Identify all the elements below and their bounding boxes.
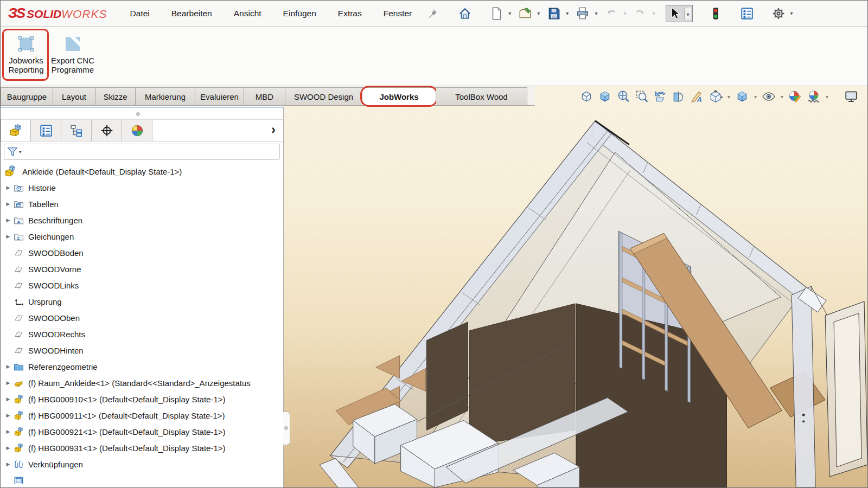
home-button[interactable] xyxy=(456,5,474,22)
print-dropdown-caret-icon[interactable]: ▾ xyxy=(595,10,597,16)
expand-arrow-icon[interactable]: ▶ xyxy=(3,413,14,418)
print-button[interactable] xyxy=(574,5,591,22)
zoom-to-fit-button[interactable] xyxy=(579,89,594,104)
pushpin-icon[interactable] xyxy=(427,8,438,19)
home-icon xyxy=(458,7,472,21)
expand-arrow-icon[interactable]: ▶ xyxy=(3,380,14,386)
expand-arrow-icon[interactable]: ▶ xyxy=(3,445,14,451)
save-dropdown-caret-icon[interactable]: ▾ xyxy=(566,10,569,16)
previous-view-button[interactable] xyxy=(653,89,668,104)
select-dropdown-caret-icon[interactable]: ▾ xyxy=(684,8,691,20)
tab-toolbox-wood[interactable]: ToolBox Wood xyxy=(436,87,527,105)
tab-evaluieren[interactable]: Evaluieren xyxy=(195,87,244,105)
tree-item-beschriftungen[interactable]: ▶Beschriftungen xyxy=(1,212,283,228)
settings-dropdown-caret-icon[interactable]: ▾ xyxy=(790,10,793,16)
tree-item-hbg000910[interactable]: ▶(f) HBG000910<1> (Default<Default_Displ… xyxy=(1,391,283,407)
tree-item-gleichungen[interactable]: ▶Gleichungen xyxy=(1,228,283,245)
tree-item-partial[interactable] xyxy=(1,472,283,487)
expand-arrow-icon[interactable]: ▶ xyxy=(3,217,14,223)
panel-overflow-chevron[interactable]: › xyxy=(271,122,276,137)
expand-arrow-icon[interactable]: ▶ xyxy=(3,364,14,369)
graphics-viewport[interactable]: ▾ ▾ ▾ ▾ xyxy=(284,86,867,487)
expand-arrow-icon[interactable]: ▶ xyxy=(3,185,14,190)
save-icon xyxy=(547,7,561,21)
display-style-caret-icon[interactable]: ▾ xyxy=(754,94,757,100)
configurationmanager-tab[interactable] xyxy=(61,120,92,141)
expand-arrow-icon[interactable]: ▶ xyxy=(3,396,14,402)
tree-item-referenzgeometrie[interactable]: ▶Referenzgeometrie xyxy=(1,358,283,375)
dimxpertmanager-tab[interactable] xyxy=(92,120,122,141)
tree-item-swoodhinten[interactable]: SWOODHinten xyxy=(1,342,283,358)
hide-show-items-button[interactable] xyxy=(761,89,776,104)
expand-arrow-icon[interactable]: ▶ xyxy=(3,429,14,434)
new-dropdown-caret-icon[interactable]: ▾ xyxy=(508,10,511,16)
settings-button[interactable] xyxy=(770,5,787,22)
tree-item-raum-ankleide[interactable]: ▶(f) Raum_Ankleide<1> (Standard<<Standar… xyxy=(1,375,283,391)
section-view-button[interactable] xyxy=(671,89,686,104)
tree-item-swoodvorne[interactable]: SWOODVorne xyxy=(1,261,283,277)
tree-item-tabellen[interactable]: ▶Tabellen xyxy=(1,196,283,212)
panel-splitter[interactable] xyxy=(1,108,283,120)
apply-scene-button[interactable] xyxy=(806,89,821,104)
tree-item-hbg000911[interactable]: ▶(f) HBG000911<1> (Default<Default_Displ… xyxy=(1,407,283,423)
annotation-sketch-button[interactable] xyxy=(690,89,705,104)
menu-fenster[interactable]: Fenster xyxy=(382,7,413,21)
apply-scene-caret-icon[interactable]: ▾ xyxy=(826,94,828,100)
3d-model-view[interactable] xyxy=(284,86,867,487)
propertymanager-tab[interactable] xyxy=(31,120,61,141)
expand-arrow-icon[interactable]: ▶ xyxy=(3,461,14,467)
select-tool-button[interactable]: ▾ xyxy=(666,5,692,22)
tree-filter-bar: ▾ xyxy=(1,142,283,162)
menu-einfuegen[interactable]: Einfügen xyxy=(282,7,317,21)
display-style-button[interactable] xyxy=(735,89,750,104)
tree-root-ankleide[interactable]: Ankleide (Default<Default_Display State-… xyxy=(1,163,283,179)
tab-swood-design-label: SWOOD Design xyxy=(294,92,353,101)
tree-item-swoodlinks[interactable]: SWOODLinks xyxy=(1,277,283,293)
tree-item-ursprung[interactable]: Ursprung xyxy=(1,293,283,310)
menu-extras[interactable]: Extras xyxy=(337,7,363,21)
new-document-button[interactable] xyxy=(488,5,505,22)
main-area: ▾ ▾ ▾ ▾ Baugruppe Layout Skizze Markieru… xyxy=(1,86,867,487)
tab-markierung[interactable]: Markierung xyxy=(136,87,195,105)
hide-show-caret-icon[interactable]: ▾ xyxy=(781,94,783,100)
featuremanager-tree-tab[interactable] xyxy=(1,120,31,141)
tab-baugruppe[interactable]: Baugruppe xyxy=(1,87,53,105)
view-settings-button[interactable] xyxy=(844,89,859,104)
tree-item-verknuepfungen[interactable]: ▶Verknüpfungen xyxy=(1,456,283,472)
menu-bearbeiten[interactable]: Bearbeiten xyxy=(170,7,213,21)
tree-item-historie[interactable]: ▶Historie xyxy=(1,179,283,196)
tree-root-label: Ankleide (Default<Default_Display State-… xyxy=(22,167,182,176)
jobworks-reporting-button[interactable]: Jobworks Reporting xyxy=(4,31,48,79)
tree-item-swoodrechts[interactable]: SWOODRechts xyxy=(1,326,283,342)
options-list-button[interactable] xyxy=(738,5,756,22)
rebuild-traffic-light-button[interactable] xyxy=(707,5,724,22)
tab-jobworks[interactable]: JobWorks xyxy=(362,87,436,105)
expand-arrow-icon[interactable]: ▶ xyxy=(3,234,14,239)
tree-item-swoodboden[interactable]: SWOODBoden xyxy=(1,245,283,261)
tab-mbd[interactable]: MBD xyxy=(244,87,285,105)
tab-skizze[interactable]: Skizze xyxy=(95,87,136,105)
tab-swood-design[interactable]: SWOOD Design xyxy=(285,87,362,105)
view-orientation-caret-icon[interactable]: ▾ xyxy=(727,94,730,100)
menu-datei[interactable]: Datei xyxy=(129,7,151,21)
expand-arrow-icon[interactable]: ▶ xyxy=(3,201,14,207)
tree-filter-input[interactable]: ▾ xyxy=(4,144,280,160)
displaymanager-tab[interactable] xyxy=(122,120,152,141)
tree-item-hbg000921[interactable]: ▶(f) HBG000921<1> (Default<Default_Displ… xyxy=(1,423,283,440)
tab-layout[interactable]: Layout xyxy=(53,87,95,105)
open-dropdown-caret-icon[interactable]: ▾ xyxy=(537,10,540,16)
panel-collapse-handle[interactable] xyxy=(283,412,290,445)
view-orientation-button[interactable] xyxy=(708,89,723,104)
save-button[interactable] xyxy=(545,5,563,22)
open-button[interactable] xyxy=(516,5,534,22)
zoom-to-area-button[interactable] xyxy=(634,89,649,104)
tree-item-swoodoben[interactable]: SWOODOben xyxy=(1,310,283,326)
isometric-view-button[interactable] xyxy=(597,89,612,104)
menu-ansicht[interactable]: Ansicht xyxy=(233,7,263,21)
edit-appearance-button[interactable] xyxy=(788,89,803,104)
tree-item-hbg000931[interactable]: ▶(f) HBG000931<1> (Default<Default_Displ… xyxy=(1,440,283,456)
magnify-pan-button[interactable] xyxy=(616,89,631,104)
export-cnc-button[interactable]: Export CNC Programme xyxy=(50,31,95,79)
filter-caret-icon[interactable]: ▾ xyxy=(19,149,22,155)
zoom-to-fit-icon xyxy=(579,89,593,104)
